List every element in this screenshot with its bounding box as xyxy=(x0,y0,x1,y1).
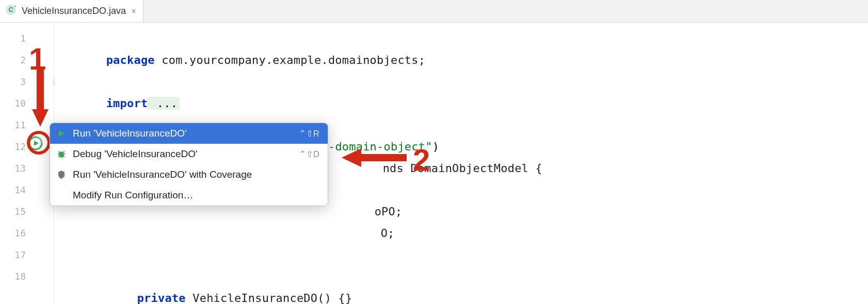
line-number: 1 xyxy=(0,28,26,49)
tab-filename: VehicleInsuranceDO.java xyxy=(22,6,126,16)
menu-item-modify-config[interactable]: Modify Run Configuration… xyxy=(50,185,328,206)
run-icon xyxy=(56,129,67,138)
menu-item-shortcut: ⌃⇧D xyxy=(299,149,319,160)
svg-line-11 xyxy=(58,156,60,157)
svg-marker-15 xyxy=(32,109,49,127)
menu-item-run[interactable]: Run 'VehicleInsuranceDO' ⌃⇧R xyxy=(50,123,328,144)
line-number: 15 xyxy=(0,201,26,223)
annotation-arrow-down xyxy=(30,69,51,129)
svg-marker-17 xyxy=(342,148,361,167)
menu-item-coverage[interactable]: Run 'VehicleInsuranceDO' with Coverage xyxy=(50,164,328,185)
cover-icon xyxy=(56,170,67,179)
code-line: oPO; xyxy=(333,179,402,201)
svg-line-9 xyxy=(58,151,60,153)
line-number: 13 xyxy=(0,158,26,179)
code-line: package com.yourcompany.example.domainob… xyxy=(65,28,425,49)
svg-marker-5 xyxy=(59,130,65,137)
line-number: 11 xyxy=(0,114,26,136)
code-line: import ... xyxy=(65,71,180,93)
code-line: private VehicleInsuranceDO() {} xyxy=(95,266,352,288)
svg-text:C: C xyxy=(9,6,13,13)
editor-tab[interactable]: C VehicleInsuranceDO.java × xyxy=(0,0,143,22)
menu-item-label: Debug 'VehicleInsuranceDO' xyxy=(73,148,293,160)
line-number: 17 xyxy=(0,244,26,266)
menu-item-label: Modify Run Configuration… xyxy=(73,190,313,201)
close-icon[interactable]: × xyxy=(131,7,136,16)
debug-icon xyxy=(56,149,67,159)
menu-item-shortcut: ⌃⇧R xyxy=(299,128,319,139)
code-line: O; xyxy=(339,201,395,223)
menu-item-label: Run 'VehicleInsuranceDO' with Coverage xyxy=(73,169,313,180)
line-number: 10 xyxy=(0,93,26,114)
java-class-icon: C xyxy=(5,4,17,18)
line-number: 14 xyxy=(0,179,26,201)
svg-line-10 xyxy=(63,151,65,153)
annotation-arrow-left xyxy=(341,144,408,171)
run-context-menu: Run 'VehicleInsuranceDO' ⌃⇧R Debug 'Vehi… xyxy=(50,123,328,206)
line-number: 16 xyxy=(0,223,26,244)
line-number: 3 xyxy=(0,71,26,93)
menu-item-debug[interactable]: Debug 'VehicleInsuranceDO' ⌃⇧D xyxy=(50,144,328,164)
svg-marker-2 xyxy=(14,5,17,7)
annotation-number-2: 2 xyxy=(413,142,430,178)
tab-bar: C VehicleInsuranceDO.java × xyxy=(0,0,868,23)
line-number: 12 xyxy=(0,136,26,158)
svg-line-12 xyxy=(63,156,65,157)
annotation-circle xyxy=(27,131,51,155)
line-number: 2 xyxy=(0,49,26,71)
line-number: 18 xyxy=(0,266,26,288)
menu-item-label: Run 'VehicleInsuranceDO' xyxy=(73,128,293,139)
